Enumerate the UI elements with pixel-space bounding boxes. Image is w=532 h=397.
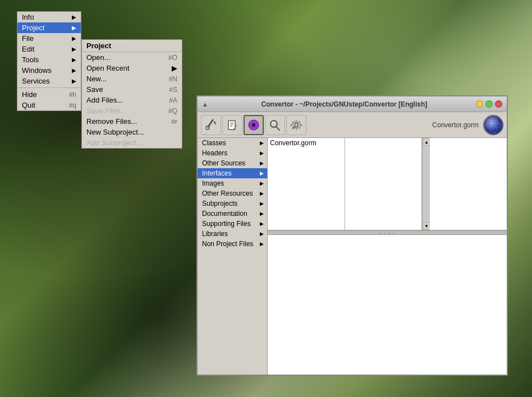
submenu-save[interactable]: Save #S xyxy=(82,84,182,95)
arrow-icon: ▶ xyxy=(172,64,177,72)
file-item-gorm[interactable]: Convertor.gorm xyxy=(268,138,345,148)
arrow-icon: ▶ xyxy=(260,170,264,176)
toolbar-btn-disk[interactable] xyxy=(244,115,264,135)
shortcut-save: #S xyxy=(169,86,177,94)
arrow-icon: ▶ xyxy=(260,140,264,146)
arrow-icon: ▶ xyxy=(72,67,76,73)
shortcut-remove-files: #r xyxy=(171,118,177,126)
menu-separator xyxy=(17,87,81,88)
sidebar-item-other-resources[interactable]: Other Resources ▶ xyxy=(198,188,267,198)
window-content: Classes ▶ Headers ▶ Other Sources ▶ Inte… xyxy=(198,138,507,375)
arrow-icon: ▶ xyxy=(260,191,264,196)
window-title: Convertor - ~/Projects/GNUstep/Convertor… xyxy=(213,100,476,108)
arrow-icon: ▶ xyxy=(72,46,76,52)
sidebar-item-libraries[interactable]: Libraries ▶ xyxy=(198,229,267,239)
svg-line-0 xyxy=(208,120,213,127)
toolbar-btn-tools[interactable] xyxy=(201,115,221,135)
submenu-remove-files[interactable]: Remove Files... #r xyxy=(82,116,182,127)
submenu-new-subproject[interactable]: New Subproject... xyxy=(82,127,182,137)
svg-marker-16 xyxy=(291,121,302,130)
vertical-scrollbar[interactable]: ▲ ▼ xyxy=(422,138,430,230)
sidebar-item-classes[interactable]: Classes ▶ xyxy=(198,138,267,148)
sidebar-item-images[interactable]: Images ▶ xyxy=(198,178,267,188)
arrow-icon: ▶ xyxy=(260,201,264,206)
shortcut-save-files: #Q xyxy=(168,107,177,115)
arrow-icon: ▶ xyxy=(260,231,264,237)
sidebar-item-documentation[interactable]: Documentation ▶ xyxy=(198,209,267,219)
main-menu: Info ▶ Project ▶ File ▶ Edit ▶ Tools ▶ W… xyxy=(17,11,81,111)
shortcut-add-files: #A xyxy=(169,96,177,104)
shortcut-open: #O xyxy=(168,54,177,62)
window-shade-button[interactable]: ▲ xyxy=(202,101,208,108)
toolbar-btn-search[interactable] xyxy=(265,115,285,135)
shortcut-quit: #q xyxy=(69,101,76,109)
arrow-icon: ▶ xyxy=(260,211,264,216)
menu-item-services[interactable]: Services ▶ xyxy=(17,76,81,86)
arrow-icon: ▶ xyxy=(260,150,264,156)
submenu-add-files[interactable]: Add Files... #A xyxy=(82,95,182,105)
arrow-icon: ▶ xyxy=(260,160,264,166)
scroll-up-arrow[interactable]: ▲ xyxy=(423,138,430,146)
window-controls xyxy=(476,100,502,108)
svg-point-15 xyxy=(272,122,274,124)
resize-dots: • • • • xyxy=(379,231,396,235)
sidebar-item-interfaces[interactable]: Interfaces ▶ xyxy=(198,168,267,178)
arrow-icon: ▶ xyxy=(260,181,264,186)
shortcut-new: #N xyxy=(169,75,177,83)
menu-item-tools[interactable]: Tools ▶ xyxy=(17,54,81,65)
arrow-icon: ▶ xyxy=(72,78,76,84)
window-titlebar: ▲ Convertor - ~/Projects/GNUstep/Convert… xyxy=(198,96,507,112)
arrow-icon: ▶ xyxy=(72,57,76,63)
submenu-add-subproject: Add Subproject... xyxy=(82,137,182,148)
toolbar-btn-settings[interactable] xyxy=(286,115,306,135)
arrow-icon: ▶ xyxy=(72,25,76,31)
file-col-2 xyxy=(345,138,423,230)
submenu-project: Project Open... #O Open Recent ▶ New... … xyxy=(81,39,182,149)
minimize-button[interactable] xyxy=(476,100,483,108)
toolbar-btn-file[interactable] xyxy=(222,115,242,135)
sidebar-item-headers[interactable]: Headers ▶ xyxy=(198,148,267,158)
submenu-open[interactable]: Open... #O xyxy=(82,52,182,63)
submenu-title: Project xyxy=(82,40,182,52)
gorm-label: Convertor.gorm xyxy=(432,121,479,129)
toolbar: Convertor.gorm xyxy=(198,112,507,138)
pc-menu-container: PC Info ▶ Project ▶ File ▶ Edit ▶ Tools … xyxy=(17,11,37,24)
menu-item-edit[interactable]: Edit ▶ xyxy=(17,44,81,54)
file-col-3 xyxy=(430,138,507,230)
menu-item-project[interactable]: Project ▶ xyxy=(17,22,81,33)
zoom-button[interactable] xyxy=(485,100,493,108)
menu-item-quit[interactable]: Quit #q xyxy=(17,100,81,110)
app-window: ▲ Convertor - ~/Projects/GNUstep/Convert… xyxy=(196,95,508,376)
file-col-1: Convertor.gorm xyxy=(268,138,345,230)
resize-handle[interactable]: • • • • xyxy=(268,230,507,235)
sidebar-item-non-project-files[interactable]: Non Project Files ▶ xyxy=(198,239,267,249)
submenu-new[interactable]: New... #N xyxy=(82,73,182,84)
scroll-down-arrow[interactable]: ▼ xyxy=(423,222,430,230)
svg-point-11 xyxy=(252,123,255,127)
bottom-text-area xyxy=(268,235,507,375)
arrow-icon: ▶ xyxy=(72,14,76,20)
gorm-icon[interactable] xyxy=(483,115,503,135)
sidebar-item-supporting-files[interactable]: Supporting Files ▶ xyxy=(198,219,267,229)
svg-point-17 xyxy=(295,123,298,127)
menu-item-info[interactable]: Info ▶ xyxy=(17,12,81,22)
sidebar-item-subprojects[interactable]: Subprojects ▶ xyxy=(198,198,267,209)
menu-item-windows[interactable]: Windows ▶ xyxy=(17,65,81,76)
submenu-save-files: Save Files... #Q xyxy=(82,105,182,116)
file-sidebar: Classes ▶ Headers ▶ Other Sources ▶ Inte… xyxy=(198,138,268,375)
arrow-icon: ▶ xyxy=(72,35,76,41)
menu-item-hide[interactable]: Hide #h xyxy=(17,89,81,100)
menu-item-file[interactable]: File ▶ xyxy=(17,33,81,44)
sidebar-item-other-sources[interactable]: Other Sources ▶ xyxy=(198,158,267,168)
close-button[interactable] xyxy=(495,100,502,108)
shortcut-hide: #h xyxy=(69,91,76,99)
arrow-icon: ▶ xyxy=(260,221,264,227)
toolbar-right: Convertor.gorm xyxy=(432,115,503,135)
arrow-icon: ▶ xyxy=(260,241,264,247)
submenu-open-recent[interactable]: Open Recent ▶ xyxy=(82,63,182,73)
svg-line-14 xyxy=(276,127,279,130)
